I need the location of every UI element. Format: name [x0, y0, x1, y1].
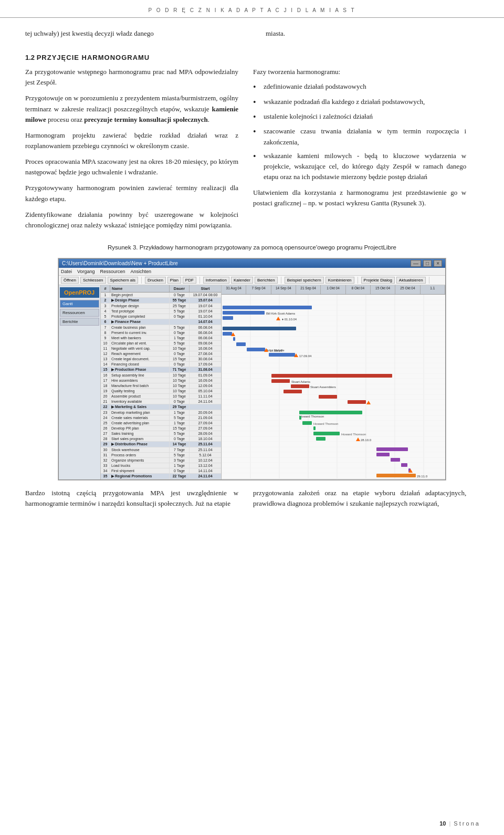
toolbar-btn-open[interactable]: Öffnen: [61, 277, 79, 284]
bullet-item-1: • zdefiniowanie działań podstawowych: [253, 81, 466, 93]
gantt-area: # Name Dauer Start 1 Begin project 0 Tag…: [101, 285, 445, 479]
proj-menubar: Datei Vorgang Ressourcen Ansichten: [59, 268, 445, 276]
toolbar-group-2: Drucken Plan PDF: [145, 277, 200, 284]
menu-ressourcen[interactable]: Ressourcen: [100, 269, 125, 274]
gantt-bar-stock: [376, 453, 390, 456]
svg-text:28.10.0: 28.10.0: [361, 439, 372, 442]
gantt-bar-test-prototype: [223, 316, 233, 320]
right-column: Fazy tworzenia harmonogramu: • zdefiniow…: [253, 67, 466, 236]
toolbar-btn-projects[interactable]: Projekte Dialog: [361, 277, 395, 284]
projectlibre-screenshot: C:\Users\Dominik\Downloads\New + Product…: [58, 258, 446, 481]
bullet-list: • zdefiniowanie działań podstawowych • w…: [253, 81, 466, 182]
toolbar-btn-save[interactable]: Speichern als: [108, 277, 138, 284]
minimize-button[interactable]: —: [411, 260, 421, 267]
header-title: P O D R Ę C Z N I K A D A P T A C J I D …: [148, 7, 355, 13]
toolbar-btn-sample[interactable]: Beispiel speichern: [285, 277, 324, 284]
close-button[interactable]: ×: [434, 260, 442, 267]
footer-text: S t r o n a: [454, 820, 479, 827]
gantt-bar-biz-plan: [223, 332, 232, 336]
bottom-two-col: Bardzo istotną częścią przygotowania MPA…: [25, 488, 479, 514]
toolbar-btn-report[interactable]: Berichten: [255, 277, 278, 284]
page-footer: 10 | S t r o n a: [439, 820, 479, 827]
toolbar-group-1: Öffnen Schliessen Speichern als: [61, 277, 142, 284]
left-column: Za przygotowanie wstępnego harmonogramu …: [25, 67, 238, 236]
toolbar-group-3: Information Kalender Berichten: [203, 277, 281, 284]
table-row: 29 ▶ Distribution Phase 14 Tage 25.11.04: [101, 442, 221, 447]
gantt-bar-training: [316, 437, 326, 441]
toolbar-btn-close[interactable]: Schliessen: [80, 277, 106, 284]
toolbar-btn-combine[interactable]: Kombinieren: [326, 277, 354, 284]
bullet-text-1: zdefiniowanie działań podstawowych: [264, 81, 466, 92]
bullet-item-5: • wskazanie kamieni milowych - będą to k…: [253, 151, 466, 182]
bullet-text-4: szacowanie czasu trwania działania w tym…: [264, 126, 466, 147]
table-row: 27 Sales training 5 Tage 28.09.04: [101, 431, 221, 436]
toolbar-btn-info[interactable]: Information: [203, 277, 229, 284]
table-row: 21 Inventory available 0 Tage 24.11.04: [101, 399, 221, 404]
gantt-period-9: 1.1: [421, 285, 445, 294]
gantt-bar-legal: [269, 353, 295, 357]
table-row: 18 Manufacture first batch 10 Tage 12.09…: [101, 383, 221, 389]
svg-text:Stuart Assemblers: Stuart Assemblers: [310, 385, 336, 389]
table-row: 26 Develop PR plan 15 Tage 27.09.04: [101, 426, 221, 431]
gantt-bar-milestone-5: [276, 317, 280, 320]
gantt-period-1: 31 Aug 04: [222, 285, 246, 294]
toolbar-btn-cal[interactable]: Kalender: [231, 277, 253, 284]
left-para-2: Przygotowuje on w porozumieniu z prezyde…: [25, 93, 238, 124]
gantt-period-4: 21 Sep 04: [296, 285, 321, 294]
intro-right: miasta.: [266, 28, 479, 44]
left-para-3: Harmonogram projektu zawierać będzie roz…: [25, 130, 238, 151]
table-row: 6 ▶ Finance Phase 14.07.04: [101, 319, 221, 325]
table-row: 12 Reach agreement 0 Tage 27.08.04: [101, 351, 221, 357]
gantt-bar-sales-mat: [302, 421, 312, 425]
bullet-dot-2: •: [253, 97, 261, 108]
main-two-col: Za przygotowanie wstępnego harmonogramu …: [25, 67, 479, 236]
svg-text:♦ 01.10.04: ♦ 01.10.04: [282, 318, 297, 321]
gantt-bar-regional: [376, 474, 416, 477]
left-para-5: Przygotowywany harmonogram powinien zawi…: [25, 183, 238, 204]
maximize-button[interactable]: □: [423, 260, 432, 267]
left-para-1: Za przygotowanie wstępnego harmonogramu …: [25, 67, 238, 88]
menu-vorgang[interactable]: Vorgang: [77, 269, 95, 274]
table-row: 35 ▶ Regional Promotions 22 Tage 24.11.0…: [101, 474, 221, 479]
gantt-period-3: 14 Sep 04: [271, 285, 296, 294]
toolbar-btn-refresh[interactable]: Aktualisieren: [396, 277, 426, 284]
toolbar-btn-print[interactable]: Drucken: [145, 277, 166, 284]
proj-titlebar-controls[interactable]: — □ ×: [411, 260, 442, 267]
bottom-right-col: przygotowania założeń oraz na etapie wyb…: [253, 488, 466, 514]
section-heading: 1.2 Przyjęcie harmonogramu: [25, 54, 479, 61]
bullet-text-5: wskazanie kamieni milowych - będą to klu…: [264, 151, 466, 182]
table-row: 28 Start sales program 0 Tage 18.10.04: [101, 436, 221, 442]
toolbar-group-5: Projekte Dialog Aktualisieren: [361, 277, 429, 284]
page-number: 10: [439, 820, 446, 827]
left-para-6: Zidentyfikowane działania powinny być us…: [25, 210, 238, 231]
section-number: 1.2: [25, 54, 37, 61]
proj-window: C:\Users\Dominik\Downloads\New + Product…: [58, 258, 446, 480]
svg-text:17.09.04: 17.09.04: [270, 349, 282, 352]
footer-separator: |: [449, 820, 450, 827]
gantt-period-2: 7 Sep 04: [246, 285, 271, 294]
gantt-bar-distribution-phase: [376, 447, 408, 451]
table-row: 15 ▶ Production Phase 71 Tage 31.08.04: [101, 367, 221, 373]
table-row: 13 Create legal document. 15 Tage 30.08.…: [101, 357, 221, 362]
gantt-bar-assembly: [271, 379, 290, 383]
table-row: 30 Stock warehouse 7 Tage 25.11.04: [101, 447, 221, 453]
bullet-item-2: • wskazanie podzadań dla każdego z dział…: [253, 97, 466, 108]
table-row: 25 Create advertising plan 1 Tage 27.09.…: [101, 421, 221, 426]
menu-datei[interactable]: Datei: [61, 269, 72, 274]
svg-text:Howard Thomson: Howard Thomson: [313, 422, 338, 425]
gantt-bar-manufacture: [284, 390, 302, 393]
svg-text:17.09.04: 17.09.04: [299, 354, 312, 358]
gantt-bar-negotiate: [247, 348, 265, 351]
gantt-period-6: 8 Okt 04: [346, 285, 371, 294]
table-row: 2 ▶ Design Phase 55 Tage 15.07.04: [101, 298, 221, 304]
sidebar-item-reports[interactable]: Berichte: [60, 318, 99, 326]
table-row: 34 First shipment 0 Tage 14.11.04: [101, 468, 221, 474]
table-row: 17 Hire assemblers 10 Tage 16.09.04: [101, 378, 221, 383]
sidebar-item-resources[interactable]: Ressourcen: [60, 309, 99, 317]
page-content: tej uchwały) jest kwestią decyzji władz …: [0, 18, 504, 525]
toolbar-btn-plan[interactable]: Plan: [167, 277, 181, 284]
toolbar-btn-pdf[interactable]: PDF: [183, 277, 196, 284]
sidebar-item-gantt[interactable]: Gantt: [60, 300, 99, 308]
menu-ansichten[interactable]: Ansichten: [131, 269, 152, 274]
gantt-bar-circulate: [236, 342, 246, 346]
